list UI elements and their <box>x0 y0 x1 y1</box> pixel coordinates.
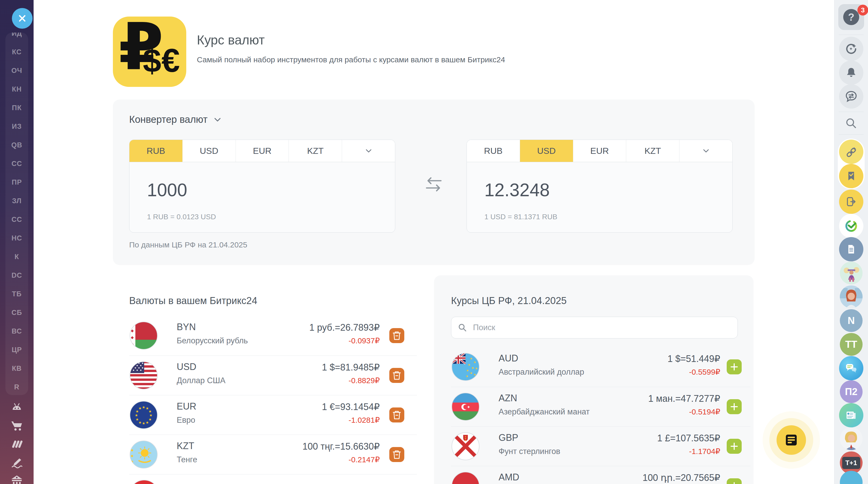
sidebar-item-qb[interactable]: QB <box>5 136 28 154</box>
converter-mode-dropdown[interactable]: Конвертер валют <box>129 114 221 125</box>
add-currency-button[interactable] <box>727 360 742 374</box>
link-app-button[interactable] <box>839 140 863 164</box>
tab-to-kzt[interactable]: KZT <box>626 140 679 162</box>
from-currency-tabs: RUB USD EUR KZT <box>129 140 395 162</box>
from-amount-value[interactable]: 1000 <box>147 180 187 200</box>
chat-app-button[interactable] <box>839 356 863 380</box>
avatar-n[interactable]: N <box>840 309 863 332</box>
avatar-initials: N <box>847 315 855 326</box>
chat-bubbles-icon <box>844 362 858 374</box>
swap-currencies-button[interactable] <box>422 176 445 193</box>
sidebar-item-к[interactable]: К <box>5 248 28 266</box>
add-currency-button[interactable] <box>727 478 742 484</box>
tab-to-usd[interactable]: USD <box>520 140 573 162</box>
copilot-icon <box>845 42 858 55</box>
sidebar-item-r[interactable]: R <box>5 378 28 395</box>
stripes-icon[interactable] <box>10 437 24 451</box>
delete-currency-button[interactable] <box>389 407 404 423</box>
delete-currency-button[interactable] <box>389 368 404 383</box>
currency-rate: 1 £=107.5635₽ <box>657 433 720 444</box>
avatar-partial[interactable] <box>840 471 863 484</box>
sidebar-item-сс[interactable]: СС <box>5 154 28 173</box>
help-button[interactable]: ? 3 <box>838 4 864 30</box>
feedback-fab-button[interactable] <box>777 425 806 455</box>
svg-text:★: ★ <box>135 409 139 414</box>
flag-eur-icon: ★★★★★★★★★★★★ <box>129 400 158 429</box>
copilot-button[interactable] <box>839 37 863 61</box>
converter-to-group: RUB USD EUR KZT 12.3248 1 USD = 81.1371 … <box>467 140 733 233</box>
avatar-blonde[interactable] <box>840 427 863 450</box>
left-sidebar: ИДКСОЧКНПКИЗQBССПРЗЛССНСКDCТБСБВСЦРКВR <box>0 0 34 484</box>
messenger-button[interactable] <box>839 84 863 109</box>
currency-rate: 100 тңг.=15.6630₽ <box>303 441 380 452</box>
avatar-p2[interactable]: П2 <box>840 380 863 403</box>
sidebar-item-сс[interactable]: СС <box>5 210 28 229</box>
sidebar-items-list: ИДКСОЧКНПКИЗQBССПРЗЛССНСКDCТБСБВСЦРКВR <box>5 33 28 395</box>
sidebar-item-сб[interactable]: СБ <box>5 303 28 322</box>
currency-name: Азербайджанский манат <box>499 407 590 417</box>
svg-text:★: ★ <box>138 420 142 425</box>
currency-search[interactable] <box>451 317 738 338</box>
sidebar-item-пк[interactable]: ПК <box>5 98 28 117</box>
avatar-fitness[interactable] <box>840 262 863 284</box>
sidebar-item-зл[interactable]: ЗЛ <box>5 192 28 210</box>
currency-code: EUR <box>177 401 196 412</box>
currency-row-byn: BYN Белорусский рубль 1 руб.=26.7893₽-0.… <box>129 316 417 355</box>
chevron-down-icon <box>214 118 221 122</box>
sidebar-item-пр[interactable]: ПР <box>5 173 28 192</box>
bell-icon <box>845 67 857 79</box>
sidebar-item-кс[interactable]: КС <box>5 42 28 61</box>
close-slider-button[interactable] <box>12 8 33 29</box>
exit-app-button[interactable] <box>839 190 863 214</box>
from-rate-hint: 1 RUB = 0.0123 USD <box>147 213 216 221</box>
from-amount-panel[interactable]: 1000 1 RUB = 0.0123 USD <box>129 162 395 233</box>
currency-code: GBP <box>499 432 518 443</box>
news-app-button[interactable] <box>839 403 863 427</box>
sidebar-item-тб[interactable]: ТБ <box>5 285 28 303</box>
document-app-button[interactable] <box>839 237 863 261</box>
svg-text:★: ★ <box>471 366 474 370</box>
sidebar-item-кв[interactable]: КВ <box>5 359 28 378</box>
tab-to-rub[interactable]: RUB <box>467 140 520 162</box>
tab-to-more[interactable] <box>679 140 733 162</box>
cart-icon[interactable] <box>10 419 24 432</box>
search-button[interactable] <box>845 117 858 130</box>
delete-currency-button[interactable] <box>389 328 404 343</box>
sidebar-item-кн[interactable]: КН <box>5 80 28 98</box>
sber-app-button[interactable] <box>839 214 863 238</box>
svg-text:★: ★ <box>135 413 138 417</box>
tab-from-eur[interactable]: EUR <box>236 140 289 162</box>
chevron-down-icon <box>366 149 372 153</box>
tab-to-eur[interactable]: EUR <box>573 140 626 162</box>
sidebar-item-из[interactable]: ИЗ <box>5 117 28 136</box>
sidebar-item-dc[interactable]: DC <box>5 266 28 285</box>
delete-currency-button[interactable] <box>389 447 404 462</box>
avatar-initials: П2 <box>845 386 858 397</box>
notification-badge: 3 <box>858 5 868 16</box>
converter-mode-label: Конвертер валют <box>129 114 208 125</box>
add-currency-button[interactable] <box>727 399 742 414</box>
avatar-tt[interactable]: TT <box>840 333 863 356</box>
avatar-redhead[interactable] <box>840 285 863 308</box>
tab-from-kzt[interactable]: KZT <box>289 140 342 162</box>
signature-icon[interactable] <box>10 456 24 469</box>
tab-from-more[interactable] <box>342 140 395 162</box>
chain-link-icon <box>845 146 858 158</box>
sidebar-item-вс[interactable]: ВС <box>5 322 28 341</box>
door-arrow-icon <box>845 196 857 207</box>
tab-from-rub[interactable]: RUB <box>129 140 183 162</box>
robot-icon[interactable] <box>10 400 24 414</box>
bank-icon[interactable] <box>10 475 24 484</box>
sidebar-item-оч[interactable]: ОЧ <box>5 61 28 80</box>
tab-from-usd[interactable]: USD <box>183 140 236 162</box>
sidebar-item-цр[interactable]: ЦР <box>5 341 28 359</box>
svg-text:★: ★ <box>146 420 149 425</box>
close-icon <box>18 14 27 23</box>
cbr-row-amd: AMD 100 դր.=20.7565₽ <box>451 466 750 484</box>
sidebar-item-ид[interactable]: ИД <box>5 33 28 42</box>
search-input[interactable] <box>472 323 731 333</box>
add-currency-button[interactable] <box>727 439 742 454</box>
bookmark-app-button[interactable] <box>839 164 863 188</box>
notifications-button[interactable] <box>839 60 863 85</box>
sidebar-item-нс[interactable]: НС <box>5 229 28 248</box>
